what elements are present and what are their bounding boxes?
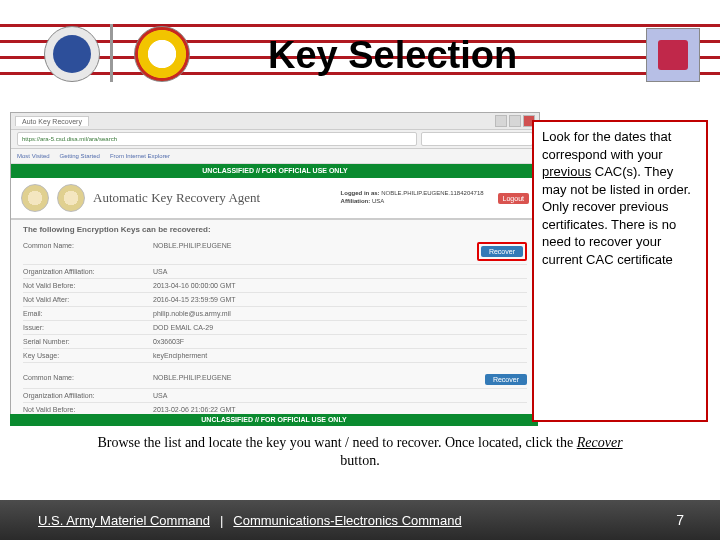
bookmark-most-visited[interactable]: Most Visited <box>17 153 50 159</box>
recover-button[interactable]: Recover <box>485 374 527 385</box>
search-box[interactable] <box>421 132 533 146</box>
unit-crest <box>646 28 700 82</box>
browser-tab[interactable]: Auto Key Recovery <box>15 116 89 126</box>
page-title: Key Selection <box>268 34 517 77</box>
slide: Key Selection Auto Key Recovery https://… <box>0 0 720 540</box>
akr-title: Automatic Key Recovery Agent <box>93 190 260 206</box>
browser-tab-strip: Auto Key Recovery <box>11 113 539 130</box>
table-row: Organization Affiliation:USA <box>23 265 527 279</box>
browser-screenshot: Auto Key Recovery https://ara-5.csd.disa… <box>10 112 540 422</box>
bookmarks-bar: Most Visited Getting Started From Intern… <box>11 149 539 164</box>
minimize-button[interactable] <box>495 115 507 127</box>
maximize-button[interactable] <box>509 115 521 127</box>
table-row: Common Name:NOBLE.PHILIP.EUGENERecover <box>23 371 527 389</box>
page-number: 7 <box>676 512 684 528</box>
footer-org-a: U.S. Army Materiel Command <box>38 513 210 528</box>
login-block: Logged in as: NOBLE.PHILIP.EUGENE.118420… <box>341 190 484 206</box>
instruction-callout: Look for the dates that correspond with … <box>532 120 708 422</box>
table-row: Not Valid Before:2013-04-16 00:00:00 GMT <box>23 279 527 293</box>
url-bar[interactable]: https://ara-5.csd.disa.mil/ara/search <box>17 132 417 146</box>
table-row: Issuer:DOD EMAIL CA-29 <box>23 321 527 335</box>
akr-header: Automatic Key Recovery Agent Logged in a… <box>11 178 539 220</box>
recover-highlight: Recover <box>477 242 527 261</box>
browser-toolbar: https://ara-5.csd.disa.mil/ara/search <box>11 130 539 149</box>
bookmark-ie[interactable]: From Internet Explorer <box>110 153 170 159</box>
footer-bar: U.S. Army Materiel Command | Communicati… <box>0 500 720 540</box>
window-controls <box>495 115 535 127</box>
table-row: Organization Affiliation:USA <box>23 389 527 403</box>
dod-seal-icon <box>57 184 85 212</box>
footer-org-b: Communications-Electronics Command <box>233 513 461 528</box>
header-separator <box>110 24 113 82</box>
key-records: Common Name:NOBLE.PHILIP.EUGENERecoverOr… <box>11 239 539 417</box>
amc-crest <box>44 26 100 82</box>
table-row: Common Name:NOBLE.PHILIP.EUGENERecover <box>23 239 527 265</box>
table-row: Email:philip.noble@us.army.mil <box>23 307 527 321</box>
table-row: Not Valid After:2016-04-15 23:59:59 GMT <box>23 293 527 307</box>
akr-subtitle: The following Encryption Keys can be rec… <box>11 220 539 239</box>
logout-button[interactable]: Logout <box>498 193 529 204</box>
recover-button[interactable]: Recover <box>481 246 523 257</box>
caption-text: Browse the list and locate the key you w… <box>80 434 640 470</box>
star-crest <box>134 26 190 82</box>
table-row: Serial Number:0x36603F <box>23 335 527 349</box>
classification-banner-top: UNCLASSIFIED // FOR OFFICIAL USE ONLY <box>11 164 539 178</box>
bookmark-getting-started[interactable]: Getting Started <box>60 153 100 159</box>
us-seal-icon <box>21 184 49 212</box>
classification-banner-bottom: UNCLASSIFIED // FOR OFFICIAL USE ONLY <box>10 414 538 426</box>
footer-separator: | <box>220 513 223 528</box>
table-row: Key Usage:keyEncipherment <box>23 349 527 363</box>
